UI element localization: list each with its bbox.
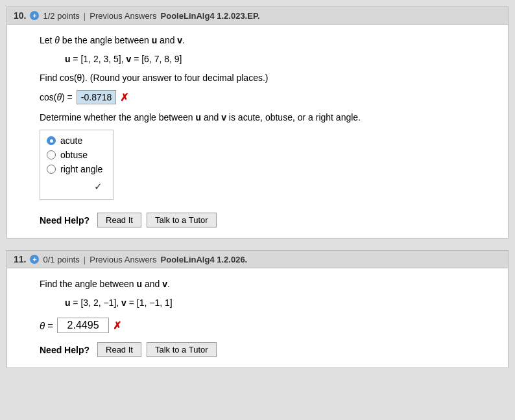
q10-body: Let θ be the angle between u and v. u = … xyxy=(7,25,508,238)
q10-radio-obtuse[interactable] xyxy=(47,150,56,159)
q10-vectors: u = [1, 2, 3, 5], v = [6, 7, 8, 9] xyxy=(40,52,495,66)
q11-plus-icon: + xyxy=(30,255,39,264)
q10-talk-to-tutor-button[interactable]: Talk to a Tutor xyxy=(147,213,217,228)
q10-plus-icon: + xyxy=(30,11,39,20)
q10-option-obtuse[interactable]: obtuse xyxy=(47,150,102,160)
q10-label-acute: acute xyxy=(60,135,82,146)
q11-intro: Find the angle between u and v. xyxy=(40,277,495,291)
q10-read-it-button[interactable]: Read It xyxy=(97,213,141,228)
q11-vectors: u = [3, 2, −1], v = [1, −1, 1] xyxy=(40,296,495,310)
q10-x-mark: ✗ xyxy=(120,91,128,104)
q10-help-row: Need Help? Read It Talk to a Tutor xyxy=(40,213,495,228)
q10-separator: | xyxy=(84,11,86,21)
q10-radio-group: acute obtuse right angle ✓ xyxy=(40,130,114,200)
q10-intro: Let θ be the angle between u and v. xyxy=(40,34,495,47)
q10-option-acute[interactable]: acute xyxy=(47,135,102,146)
question-11: 11. + 0/1 points | Previous Answers Pool… xyxy=(6,250,509,368)
q10-determine: Determine whether the angle between u an… xyxy=(40,111,495,124)
q10-label-obtuse: obtuse xyxy=(60,150,88,160)
q11-theta-prefix: θ = xyxy=(40,320,53,331)
q11-ref: PooleLinAlg4 1.2.026. xyxy=(161,255,248,264)
q10-find-cos: Find cos(θ). (Round your answer to four … xyxy=(40,71,495,85)
q10-cos-prefix: cos(θ) = xyxy=(40,92,73,102)
q10-radio-acute[interactable] xyxy=(47,136,56,145)
q10-need-help: Need Help? xyxy=(40,215,90,226)
q11-theta-line: θ = 2.4495 ✗ xyxy=(40,318,495,333)
q10-cos-line: cos(θ) = -0.8718 ✗ xyxy=(40,90,495,104)
q10-radio-right-angle[interactable] xyxy=(47,165,56,174)
q10-ref: PooleLinAlg4 1.2.023.EP. xyxy=(161,11,260,21)
q10-points: 1/2 points xyxy=(43,11,79,21)
q10-label-right-angle: right angle xyxy=(60,164,102,174)
question-10-header: 10. + 1/2 points | Previous Answers Pool… xyxy=(7,7,508,25)
q11-theta-value: 2.4495 xyxy=(57,318,109,333)
q11-x-mark: ✗ xyxy=(113,320,121,332)
q11-talk-to-tutor-button[interactable]: Talk to a Tutor xyxy=(147,342,217,357)
q11-help-row: Need Help? Read It Talk to a Tutor xyxy=(40,342,495,357)
question-11-header: 11. + 0/1 points | Previous Answers Pool… xyxy=(7,251,508,268)
q10-prev-answers: Previous Answers xyxy=(90,11,156,21)
q11-separator: | xyxy=(84,255,86,264)
q10-cos-value: -0.8718 xyxy=(77,90,116,104)
q10-checkmark: ✓ xyxy=(47,178,102,192)
q11-number: 11. xyxy=(14,254,26,264)
q11-points: 0/1 points xyxy=(43,255,79,264)
q11-prev-answers: Previous Answers xyxy=(90,255,156,264)
q11-read-it-button[interactable]: Read It xyxy=(97,342,141,357)
q10-option-right-angle[interactable]: right angle xyxy=(47,164,102,174)
q11-need-help: Need Help? xyxy=(40,345,90,355)
q11-body: Find the angle between u and v. u = [3, … xyxy=(7,268,508,368)
q10-number: 10. xyxy=(14,10,26,21)
question-10: 10. + 1/2 points | Previous Answers Pool… xyxy=(6,6,509,239)
